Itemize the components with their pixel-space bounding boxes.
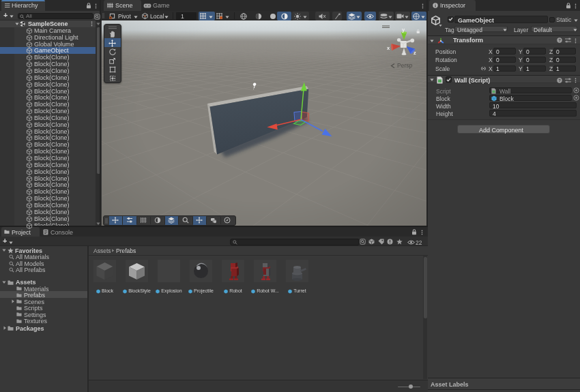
svg-text:?: ?: [558, 38, 561, 42]
svg-text:?: ?: [558, 78, 561, 82]
